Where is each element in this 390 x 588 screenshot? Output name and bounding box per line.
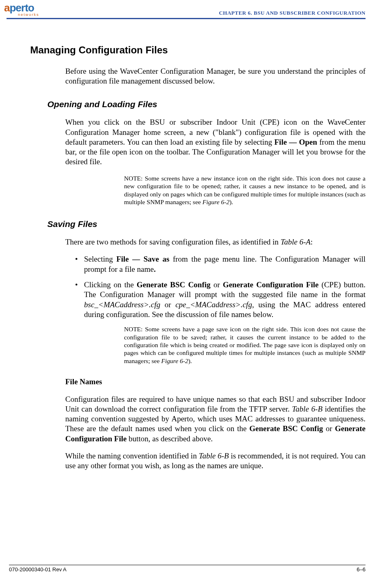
b2-mid3: or (160, 300, 175, 309)
fn-p2-ref: Table 6-B (199, 451, 229, 460)
opening-note-post: ). (229, 198, 233, 205)
b2-it1: bsc_<MACaddress>.cfg (84, 300, 160, 309)
saving-bullets: Selecting File — Save as from the page m… (73, 254, 366, 319)
fn-p1-post: button, as described above. (126, 434, 213, 443)
b2-bold2: Generate Configuration File (223, 280, 319, 289)
b1-bold: File — Save as (116, 255, 169, 263)
b2-mid1: or (211, 280, 223, 289)
file-open-bold: File — Open (275, 138, 317, 146)
b1-pre: Selecting (84, 255, 116, 263)
fn-p1-ref: Table 6-B (292, 405, 323, 413)
section-title: Managing Configuration Files (30, 44, 366, 57)
opening-note-pre: NOTE: Some screens have a new instance i… (124, 175, 366, 205)
saving-note: NOTE: Some screens have a page save icon… (124, 325, 366, 365)
saving-intro-pre: There are two methods for saving configu… (65, 238, 281, 246)
footer-page: 6–6 (357, 566, 366, 573)
logo-subtext: networks (18, 13, 39, 17)
saving-intro-post: : (310, 238, 312, 246)
saving-heading: Saving Files (47, 219, 366, 230)
opening-heading: Opening and Loading Files (47, 99, 366, 110)
page: aperto networks CHAPTER 6. BSU AND SUBSC… (0, 0, 390, 588)
b1-dot: . (154, 265, 156, 273)
chapter-label: CHAPTER 6. BSU AND SUBSCRIBER CONFIGURAT… (219, 10, 366, 16)
logo: aperto networks (4, 2, 39, 17)
content: Managing Configuration Files Before usin… (0, 20, 390, 471)
saving-intro-ref: Table 6-A (281, 238, 311, 246)
opening-note-ref: Figure 6-2 (202, 198, 229, 205)
fn-p1-b1: Generate BSC Config (249, 424, 323, 433)
saving-note-pre: NOTE: Some screens have a page save icon… (124, 326, 366, 364)
saving-note-ref: Figure 6-2 (161, 357, 188, 364)
logo-letter-a: a (4, 2, 9, 14)
opening-note: NOTE: Some screens have a new instance i… (124, 174, 366, 206)
b2-pre: Clicking on the (84, 280, 137, 289)
footer: 070-20000340-01 Rev A 6–6 (9, 565, 366, 573)
intro-paragraph: Before using the WaveCenter Configuratio… (65, 66, 366, 86)
footer-doc-id: 070-20000340-01 Rev A (9, 566, 66, 573)
bullet-2: Clicking on the Generate BSC Config or G… (73, 280, 366, 319)
filenames-p2: While the naming convention identified i… (65, 451, 366, 471)
bullet-1: Selecting File — Save as from the page m… (73, 254, 366, 274)
filenames-p1: Configuration files are required to have… (65, 394, 366, 444)
fn-p1-or: or (323, 424, 335, 433)
saving-intro: There are two methods for saving configu… (65, 237, 366, 247)
saving-note-post: ). (188, 357, 192, 364)
b2-it2: cpe_<MACaddress>.cfg (175, 300, 252, 309)
b2-bold1: Generate BSC Config (137, 280, 211, 289)
filenames-heading: File Names (65, 377, 366, 387)
header-rule (7, 18, 366, 19)
fn-p2-pre: While the naming convention identified i… (65, 451, 199, 460)
logo-rest: perto (9, 2, 34, 14)
opening-paragraph: When you click on the BSU or subscriber … (65, 117, 366, 167)
header: aperto networks CHAPTER 6. BSU AND SUBSC… (0, 0, 390, 20)
